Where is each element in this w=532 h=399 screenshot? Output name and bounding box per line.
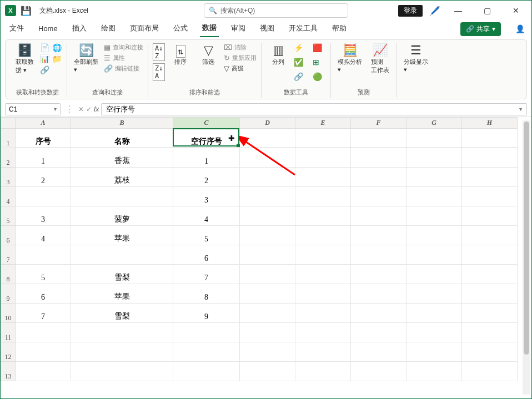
cell[interactable]: 名称 bbox=[71, 129, 173, 148]
queries-connections-button[interactable]: ▦查询和连接 bbox=[104, 43, 143, 52]
whatif-button[interactable]: 🧮模拟分析 ▾ bbox=[335, 43, 364, 74]
edit-links-button[interactable]: 🔗编辑链接 bbox=[104, 64, 143, 73]
row-header[interactable]: 7 bbox=[1, 245, 16, 265]
cell[interactable] bbox=[462, 226, 518, 245]
comments-icon[interactable]: 👤 bbox=[515, 24, 525, 33]
tab-home[interactable]: Home bbox=[36, 22, 60, 36]
cell[interactable] bbox=[406, 245, 462, 265]
cell[interactable] bbox=[406, 129, 462, 148]
cell[interactable]: 4 bbox=[173, 206, 240, 226]
cell[interactable] bbox=[295, 206, 351, 226]
cell[interactable] bbox=[240, 323, 295, 342]
share-button[interactable]: 🔗 共享 ▾ bbox=[460, 22, 501, 36]
cell[interactable]: 3 bbox=[173, 187, 240, 206]
cell[interactable]: 2 bbox=[173, 168, 240, 187]
tab-review[interactable]: 审阅 bbox=[229, 21, 248, 37]
row-header[interactable]: 11 bbox=[1, 323, 16, 342]
cell[interactable] bbox=[462, 187, 518, 206]
cell[interactable] bbox=[295, 187, 351, 206]
col-header-H[interactable]: H bbox=[462, 118, 518, 129]
close-button[interactable]: ✕ bbox=[505, 2, 527, 19]
row-header[interactable]: 9 bbox=[1, 284, 16, 304]
cell[interactable]: 6 bbox=[173, 245, 240, 265]
vertical-scrollbar[interactable] bbox=[523, 120, 530, 395]
flash-fill-icon[interactable]: ⚡ bbox=[294, 43, 307, 52]
cell[interactable] bbox=[16, 245, 71, 265]
filter-button[interactable]: ▽筛选 bbox=[196, 43, 220, 67]
cell[interactable]: 荔枝 bbox=[71, 168, 173, 187]
cell[interactable] bbox=[462, 148, 518, 168]
cell[interactable] bbox=[295, 265, 351, 284]
save-icon[interactable]: 💾 bbox=[21, 6, 32, 16]
outline-button[interactable]: ☰分级显示 ▾ bbox=[401, 43, 430, 74]
cell[interactable] bbox=[173, 362, 240, 381]
consolidate-icon[interactable]: ⊞ bbox=[313, 58, 326, 67]
tab-file[interactable]: 文件 bbox=[7, 21, 26, 37]
cell[interactable] bbox=[295, 323, 351, 342]
tab-insert[interactable]: 插入 bbox=[70, 21, 89, 37]
cell[interactable] bbox=[240, 284, 295, 304]
cell[interactable]: 5 bbox=[173, 226, 240, 245]
cell[interactable] bbox=[406, 226, 462, 245]
refresh-all-button[interactable]: 🔄全部刷新 ▾ bbox=[72, 43, 101, 74]
formula-expand-icon[interactable]: ▾ bbox=[519, 106, 522, 112]
cell[interactable] bbox=[351, 265, 406, 284]
cell[interactable] bbox=[295, 168, 351, 187]
cell[interactable] bbox=[240, 226, 295, 245]
text-to-columns-button[interactable]: ▥分列 bbox=[266, 43, 290, 67]
cell[interactable] bbox=[462, 265, 518, 284]
col-header-E[interactable]: E bbox=[295, 118, 351, 129]
col-header-C[interactable]: C bbox=[173, 118, 240, 129]
cell[interactable]: 雪梨 bbox=[71, 265, 173, 284]
cell[interactable] bbox=[295, 362, 351, 381]
cell[interactable] bbox=[173, 323, 240, 342]
cell[interactable]: 3 bbox=[16, 206, 71, 226]
cell[interactable] bbox=[240, 129, 295, 148]
forecast-sheet-button[interactable]: 📈预测 工作表 bbox=[368, 43, 392, 75]
row-header[interactable]: 5 bbox=[1, 206, 16, 226]
cell[interactable] bbox=[351, 323, 406, 342]
relationships-icon[interactable]: 🔗 bbox=[294, 72, 307, 81]
cell[interactable]: 4 bbox=[16, 226, 71, 245]
col-header-B[interactable]: B bbox=[71, 118, 173, 129]
cell[interactable] bbox=[295, 304, 351, 323]
cell[interactable] bbox=[462, 206, 518, 226]
get-data-button[interactable]: 🗄️获取数 据 ▾ bbox=[12, 43, 37, 75]
cell[interactable]: 8 bbox=[173, 284, 240, 304]
remove-dup-icon[interactable]: 🟥 bbox=[313, 43, 326, 52]
cell[interactable]: 苹果 bbox=[71, 284, 173, 304]
cell[interactable] bbox=[71, 323, 173, 342]
reapply-button[interactable]: ↻重新应用 bbox=[224, 54, 257, 62]
sort-desc-icon[interactable]: Z↓A bbox=[153, 63, 165, 81]
cell[interactable] bbox=[240, 245, 295, 265]
cell[interactable]: 苹果 bbox=[71, 226, 173, 245]
cell[interactable] bbox=[406, 304, 462, 323]
cell[interactable]: 雪梨 bbox=[71, 304, 173, 323]
cell[interactable] bbox=[71, 245, 173, 265]
cell[interactable] bbox=[462, 284, 518, 304]
cell[interactable] bbox=[240, 342, 295, 362]
cell[interactable] bbox=[462, 342, 518, 362]
search-box[interactable]: 🔍 搜索(Alt+Q) bbox=[204, 3, 348, 18]
tab-pagelayout[interactable]: 页面布局 bbox=[128, 21, 161, 37]
col-header-G[interactable]: G bbox=[406, 118, 462, 129]
formula-input[interactable]: 空行序号▾ bbox=[101, 103, 527, 115]
cell[interactable] bbox=[240, 362, 295, 381]
tab-formulas[interactable]: 公式 bbox=[171, 21, 190, 37]
tab-view[interactable]: 视图 bbox=[258, 21, 277, 37]
cell[interactable] bbox=[351, 226, 406, 245]
maximize-button[interactable]: ▢ bbox=[476, 2, 498, 19]
cell[interactable] bbox=[462, 362, 518, 381]
cell[interactable] bbox=[16, 323, 71, 342]
cell[interactable]: 5 bbox=[16, 265, 71, 284]
fx-icon[interactable]: fx bbox=[94, 105, 99, 113]
tab-data[interactable]: 数据 bbox=[200, 21, 219, 37]
row-header[interactable]: 12 bbox=[1, 342, 16, 362]
cell[interactable] bbox=[173, 342, 240, 362]
cell[interactable] bbox=[406, 265, 462, 284]
cell[interactable] bbox=[462, 168, 518, 187]
cell[interactable] bbox=[351, 187, 406, 206]
cell[interactable] bbox=[406, 284, 462, 304]
cell[interactable] bbox=[351, 342, 406, 362]
cell[interactable] bbox=[351, 168, 406, 187]
